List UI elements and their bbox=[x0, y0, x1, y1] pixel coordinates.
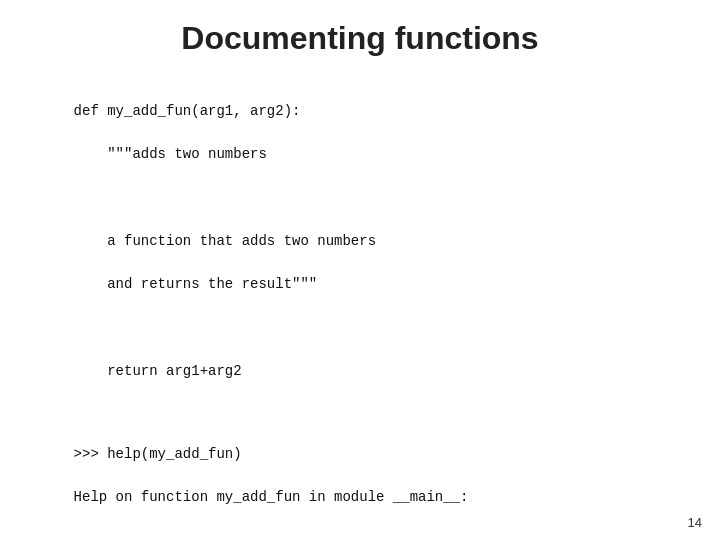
page-number: 14 bbox=[688, 515, 702, 530]
page-title: Documenting functions bbox=[40, 20, 680, 57]
code-line-1: def my_add_fun(arg1, arg2): bbox=[74, 103, 301, 119]
code-line-4: a function that adds two numbers bbox=[74, 233, 376, 249]
code-line-7: return arg1+arg2 bbox=[74, 363, 242, 379]
code-block-definition: def my_add_fun(arg1, arg2): """adds two … bbox=[40, 79, 680, 404]
page-container: Documenting functions def my_add_fun(arg… bbox=[0, 0, 720, 540]
code-line-s2-1: >>> help(my_add_fun) bbox=[74, 446, 242, 462]
code-line-2: """adds two numbers bbox=[74, 146, 267, 162]
code-line-s2-2: Help on function my_add_fun in module __… bbox=[74, 489, 469, 505]
code-block-help: >>> help(my_add_fun) Help on function my… bbox=[40, 422, 680, 540]
gap1 bbox=[40, 404, 680, 422]
code-line-5: and returns the result""" bbox=[74, 276, 318, 292]
